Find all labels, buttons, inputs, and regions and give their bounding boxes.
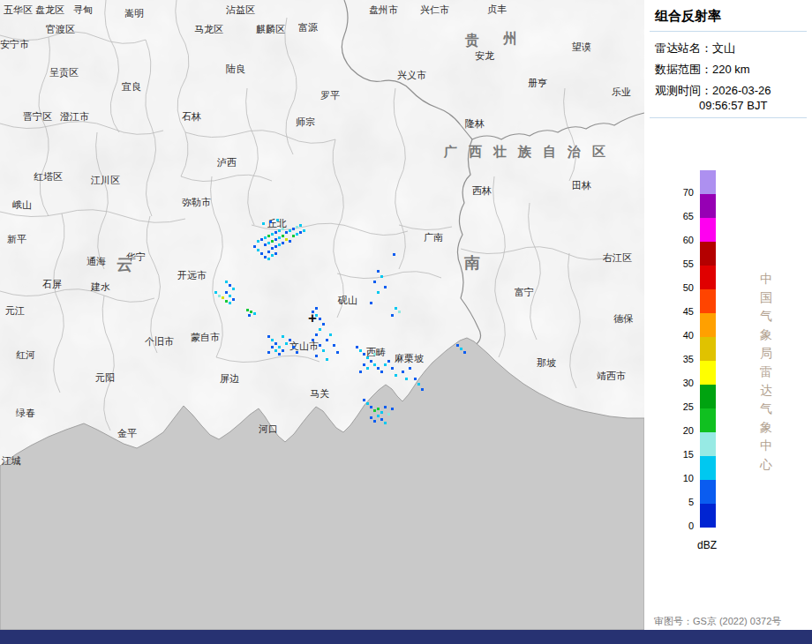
map-region-label: 广西壮族自治区 [444,144,617,161]
radar-echo [359,349,362,352]
map-region-label: 云 [117,254,132,275]
radar-echo [229,284,231,287]
map-place-label: 德保 [613,313,633,324]
map-place-label: 田林 [572,180,591,191]
map-place-label: 麻栗坡 [395,353,424,363]
legend-color-segment [700,504,716,528]
info-panel: 组合反射率 雷达站名：文山 数据范围：220 km 观测时间：2026-03-2… [644,0,812,630]
legend-color-segment [700,170,716,194]
radar-echo [319,344,321,347]
radar-echo [267,235,270,237]
map-place-label: 建水 [91,281,110,292]
map-place-label: 金平 [117,428,137,438]
map-place-label: 麒麟区 [256,24,285,34]
separator-line [650,117,807,118]
map-place-label: 澄江市 [60,111,89,122]
radar-echo [414,378,417,380]
radar-echo [380,411,383,414]
radar-echo [292,235,295,237]
map-place-label: 贞丰 [487,4,507,14]
watermark-char: 气 [760,307,772,326]
map-place-label: 靖西市 [597,371,626,381]
radar-echo [276,219,279,221]
radar-echo [387,360,390,363]
radar-echo [225,291,228,294]
radar-echo [289,240,291,243]
radar-echo [214,291,217,294]
map-place-label: 罗平 [320,90,340,101]
map-place-label: 泸西 [217,157,237,168]
legend-tick-label: 45 [653,306,694,317]
radar-echo [363,399,365,401]
legend-color-segment [700,361,716,385]
map-approval-number: 审图号：GS京 (2022) 0372号 [654,615,781,628]
legend-color-segment [700,218,716,242]
map-place-label: 呈贡区 [49,67,79,78]
radar-map: 五华区盘龙区寻甸嵩明官渡区安宁市呈贡区宜良晋宁区澄江市石林沾益区马龙区麒麟区陆良… [0,0,644,630]
radar-echo [380,418,383,421]
radar-echo [377,415,380,417]
map-place-label: 五华区 [4,4,33,15]
map-place-label: 富宁 [515,287,534,297]
map-place-label: 陆良 [226,64,245,74]
radar-echo [377,408,380,410]
radar-echo [229,295,231,297]
map-region-label: 州 [503,30,517,49]
radar-echo [460,348,462,350]
map-place-label: 元阳 [95,372,115,383]
radar-echo [274,245,277,248]
map-place-label: 屏边 [220,373,239,384]
radar-echo [391,408,394,410]
legend-tick-label: 15 [653,449,694,460]
radar-echo [267,351,270,354]
radar-echo [329,333,332,336]
radar-echo [299,224,302,227]
radar-echo [456,344,459,347]
radar-echo [282,235,284,237]
radar-echo [359,371,362,373]
radar-echo [282,335,284,338]
watermark-char: 气 [760,400,772,418]
radar-echo [274,342,277,345]
legend-tick-labels: 7065605550454035302520151050 [653,170,694,541]
legend-color-segment [700,432,716,456]
radar-echo [248,314,251,317]
radar-echo [370,406,372,408]
radar-echo [253,245,256,248]
map-place-label: 晋宁区 [23,111,52,122]
radar-echo [417,383,420,386]
watermark-char: 中 [760,270,772,288]
radar-echo [387,413,390,416]
radar-echo [384,422,387,424]
radar-echo [366,356,369,359]
watermark-char: 心 [760,455,772,474]
radar-echo [271,346,274,348]
radar-echo [398,311,401,313]
radar-echo [271,247,274,250]
map-place-label: 望谟 [572,41,591,52]
radar-echo [384,406,387,408]
map-place-label: 红河 [16,349,35,360]
map-place-label: 红塔区 [34,171,63,182]
radar-echo [222,296,224,299]
radar-echo [250,311,252,313]
radar-echo [285,342,288,345]
radar-echo [260,252,263,255]
legend-tick-label: 0 [653,520,694,531]
map-place-label: 绿春 [16,408,35,418]
radar-echo [271,233,274,236]
agency-watermark: 中国气象局雷达气象中心 [760,270,772,474]
radar-echo [384,363,387,366]
legend-tick-label: 35 [653,354,694,364]
radar-echo [225,281,228,283]
legend-tick-label: 65 [653,211,694,221]
radar-echo [289,339,291,341]
map-place-label: 兴义市 [397,70,426,80]
observation-time: 09:56:57 BJT [699,99,767,112]
radar-echo [370,416,372,419]
radar-echo [262,222,265,225]
radar-echo [377,291,380,294]
map-place-label: 石屏 [42,279,62,289]
station-name: 雷达站名：文山 [655,41,735,56]
radar-echo [421,388,424,391]
